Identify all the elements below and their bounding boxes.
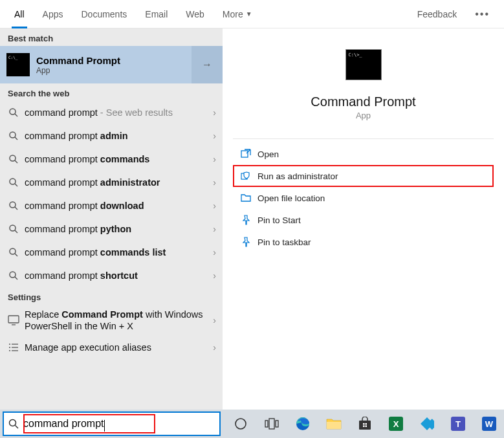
svg-line-9	[15, 207, 17, 210]
action-run-as-administrator[interactable]: Run as administrator	[233, 165, 494, 187]
action-label: Open	[254, 149, 279, 159]
taskbar-cortana[interactable]	[226, 410, 256, 437]
svg-rect-37	[363, 426, 365, 428]
svg-rect-31	[276, 421, 278, 427]
expand-arrow-icon[interactable]: →	[192, 46, 223, 83]
tab-documents[interactable]: Documents	[72, 0, 136, 28]
more-menu[interactable]: •••	[466, 8, 499, 20]
settings-result-text: Manage app execution aliases	[21, 342, 213, 353]
svg-point-28	[236, 419, 246, 429]
web-result-item[interactable]: command prompt admin›	[0, 124, 223, 148]
detail-subtitle: App	[233, 111, 494, 120]
web-result-text: command prompt commands	[21, 154, 213, 164]
svg-line-1	[15, 114, 17, 116]
svg-line-11	[15, 230, 17, 233]
chevron-right-icon: ›	[213, 342, 216, 353]
svg-rect-24	[241, 151, 248, 157]
svg-rect-36	[366, 423, 367, 425]
detail-panel: Command Prompt App OpenRun as administra…	[223, 28, 504, 410]
tab-all[interactable]: All	[5, 0, 34, 28]
search-icon	[6, 154, 21, 164]
taskbar-task-view[interactable]	[257, 410, 287, 437]
tab-apps[interactable]: Apps	[34, 0, 72, 28]
svg-line-5	[15, 160, 17, 163]
settings-result-item[interactable]: Replace Command Prompt with Windows Powe…	[0, 305, 223, 336]
tab-web[interactable]: Web	[177, 0, 214, 28]
search-text: command prompt	[23, 418, 104, 430]
chevron-right-icon: ›	[213, 315, 216, 325]
taskbar-word[interactable]: W	[474, 410, 504, 437]
svg-rect-33	[327, 422, 341, 429]
chevron-right-icon: ›	[213, 247, 216, 257]
web-result-text: command prompt - See web results	[21, 107, 213, 118]
svg-line-15	[15, 277, 17, 279]
command-prompt-icon	[6, 53, 30, 76]
svg-line-13	[15, 254, 17, 256]
detail-title: Command Prompt	[233, 94, 494, 109]
web-result-item[interactable]: command prompt commands list›	[0, 241, 223, 264]
action-open[interactable]: Open	[233, 143, 494, 165]
filter-tabs: All Apps Documents Email Web More▼ Feedb…	[0, 0, 504, 28]
action-label: Open file location	[254, 193, 325, 203]
chevron-down-icon: ▼	[246, 10, 252, 17]
taskbar: command prompt XTW	[0, 410, 504, 438]
folder-icon	[238, 193, 254, 203]
shield-icon	[238, 171, 254, 181]
action-open-file-location[interactable]: Open file location	[233, 187, 494, 209]
search-icon	[6, 224, 21, 234]
web-result-item[interactable]: command prompt - See web results›	[0, 101, 223, 124]
pin-start-icon	[238, 215, 254, 225]
search-box[interactable]: command prompt	[3, 411, 221, 436]
svg-point-0	[10, 109, 16, 115]
best-match-subtitle: App	[36, 66, 120, 75]
web-result-text: command prompt commands list	[21, 247, 213, 257]
action-label: Pin to taskbar	[254, 237, 311, 247]
svg-point-26	[10, 420, 16, 426]
best-match-title: Command Prompt	[36, 55, 120, 66]
svg-point-14	[10, 272, 16, 278]
list-icon	[6, 342, 21, 353]
feedback-link[interactable]: Feedback	[408, 9, 466, 19]
svg-rect-34	[359, 421, 371, 430]
taskbar-kodi[interactable]	[412, 410, 442, 437]
action-pin-to-taskbar[interactable]: Pin to taskbar	[233, 231, 494, 253]
svg-point-4	[10, 155, 16, 161]
tab-more[interactable]: More▼	[214, 0, 261, 28]
command-prompt-icon	[345, 49, 382, 80]
chevron-right-icon: ›	[213, 201, 216, 211]
web-result-item[interactable]: command prompt download›	[0, 194, 223, 217]
search-icon	[6, 131, 21, 141]
text-cursor	[104, 420, 105, 432]
action-label: Pin to Start	[254, 215, 301, 225]
web-result-item[interactable]: command prompt commands›	[0, 148, 223, 171]
taskbar-edge[interactable]	[288, 410, 318, 437]
web-result-item[interactable]: command prompt python›	[0, 217, 223, 241]
settings-result-item[interactable]: Manage app execution aliases›	[0, 336, 223, 359]
svg-rect-29	[265, 421, 268, 427]
web-result-text: command prompt administrator	[21, 177, 213, 188]
monitor-icon	[6, 315, 21, 325]
tab-email[interactable]: Email	[136, 0, 177, 28]
svg-point-12	[10, 248, 16, 254]
taskbar-excel[interactable]: X	[381, 410, 411, 437]
action-pin-to-start[interactable]: Pin to Start	[233, 209, 494, 231]
open-icon	[238, 149, 254, 159]
settings-header: Settings	[0, 287, 223, 305]
search-icon	[6, 247, 21, 257]
search-icon	[6, 177, 21, 188]
best-match-item[interactable]: Command Prompt App →	[0, 46, 223, 83]
chevron-right-icon: ›	[213, 131, 216, 141]
chevron-right-icon: ›	[213, 177, 216, 188]
best-match-header: Best match	[0, 28, 223, 46]
web-result-item[interactable]: command prompt shortcut›	[0, 264, 223, 287]
web-result-text: command prompt admin	[21, 131, 213, 141]
search-web-header: Search the web	[0, 83, 223, 101]
taskbar-store[interactable]	[350, 410, 380, 437]
search-icon	[6, 201, 21, 211]
taskbar-teams[interactable]: T	[443, 410, 473, 437]
taskbar-file-explorer[interactable]	[319, 410, 349, 437]
web-result-item[interactable]: command prompt administrator›	[0, 171, 223, 194]
web-result-text: command prompt shortcut	[21, 270, 213, 281]
svg-point-2	[10, 132, 16, 138]
svg-line-7	[15, 184, 17, 186]
